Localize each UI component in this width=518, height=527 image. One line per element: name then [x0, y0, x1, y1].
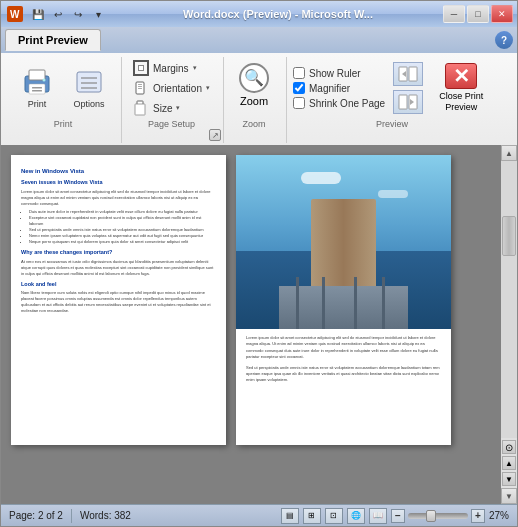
options-icon	[73, 66, 105, 98]
zoom-plus-button[interactable]: +	[471, 509, 485, 523]
page-setup-expand[interactable]: ↗	[209, 129, 221, 141]
preview-checkboxes: Show Ruler Magnifier Shrink One Page	[293, 67, 385, 109]
scroll-down-button[interactable]: ▼	[501, 488, 517, 504]
page-2-text: Lorem ipsum dolor sit amet consectetur a…	[236, 329, 451, 392]
view-full-button[interactable]: ⊡	[325, 508, 343, 524]
redo-quick-btn[interactable]: ↪	[69, 5, 87, 23]
undo-quick-btn[interactable]: ↩	[49, 5, 67, 23]
minimize-button[interactable]: ─	[443, 5, 465, 23]
close-preview-icon: ✕	[445, 63, 477, 89]
svg-text:W: W	[10, 9, 20, 20]
show-ruler-checkbox[interactable]	[293, 67, 305, 79]
page-2-para: Lorem ipsum dolor sit amet consectetur a…	[246, 335, 441, 361]
vertical-scrollbar: ▲ ⊙ ▲ ▼ ▼	[501, 145, 517, 504]
page-2-image	[236, 155, 451, 329]
svg-rect-8	[77, 72, 101, 92]
show-ruler-item[interactable]: Show Ruler	[293, 67, 385, 79]
print-button[interactable]: Print	[13, 60, 61, 116]
maximize-button[interactable]: □	[467, 5, 489, 23]
prev-page-button[interactable]	[393, 62, 423, 86]
window-controls: ─ □ ✕	[443, 5, 513, 23]
document-page-2: Lorem ipsum dolor sit amet consectetur a…	[236, 155, 451, 445]
words-info: Words: 382	[80, 510, 131, 521]
next-page-button[interactable]	[393, 90, 423, 114]
magnifier-checkbox[interactable]	[293, 82, 305, 94]
size-label: Size	[153, 103, 172, 114]
margins-label: Margins	[153, 63, 189, 74]
zoom-group-label: Zoom	[242, 119, 265, 129]
svg-rect-15	[138, 88, 142, 89]
bullet-5: Neque porro quisquam est qui dolorem ips…	[29, 239, 216, 245]
svg-rect-6	[32, 90, 42, 92]
save-quick-btn[interactable]: 💾	[29, 5, 47, 23]
document-page-1: New in Windows Vista Seven issues in Win…	[11, 155, 226, 445]
size-icon	[133, 100, 149, 116]
close-preview-label: Close PrintPreview	[439, 91, 483, 113]
zoom-minus-button[interactable]: −	[391, 509, 405, 523]
zoom-label: Zoom	[240, 95, 268, 107]
help-button[interactable]: ?	[495, 31, 513, 49]
svg-rect-14	[138, 86, 142, 87]
svg-rect-17	[135, 104, 145, 115]
zoom-button[interactable]: 🔍 Zoom	[230, 60, 278, 116]
ribbon-group-print: Print Options Print	[9, 57, 122, 143]
size-arrow: ▾	[176, 104, 180, 112]
ribbon-tabs-row: Print Preview ?	[1, 27, 517, 53]
scroll-thumb[interactable]	[502, 216, 516, 256]
magnifier-item[interactable]: Magnifier	[293, 82, 385, 94]
pier-building	[311, 199, 376, 286]
ribbon-group-page-setup: Margins ▾ Orientati	[124, 57, 224, 143]
shrink-checkbox[interactable]	[293, 97, 305, 109]
margins-button[interactable]: Margins ▾	[128, 59, 215, 77]
page-info: Page: 2 of 2	[9, 510, 63, 521]
view-read-button[interactable]: 📖	[369, 508, 387, 524]
customize-quick-btn[interactable]: ▾	[89, 5, 107, 23]
next-browse-button[interactable]: ▼	[502, 472, 516, 486]
cloud-1	[301, 172, 341, 184]
print-group-items: Print Options	[13, 59, 113, 117]
page-heading-1: New in Windows Vista	[21, 167, 216, 175]
size-button[interactable]: Size ▾	[128, 99, 215, 117]
print-icon	[21, 66, 53, 98]
zoom-icon: 🔍	[239, 63, 269, 93]
select-browse-button[interactable]: ⊙	[502, 440, 516, 454]
page-2-para2: Sed ut perspiciatis unde omnis iste natu…	[246, 365, 441, 384]
zoom-slider-track[interactable]	[408, 513, 468, 519]
svg-point-7	[43, 79, 46, 82]
status-bar: Page: 2 of 2 Words: 382 ▤ ⊞ ⊡ 🌐 📖 − + 27…	[1, 504, 517, 526]
page-para-3: Nam libero tempore cum soluta nobis est …	[21, 290, 216, 314]
view-layout-button[interactable]: ⊞	[303, 508, 321, 524]
shrink-item[interactable]: Shrink One Page	[293, 97, 385, 109]
zoom-slider-handle[interactable]	[426, 510, 436, 522]
window: W 💾 ↩ ↪ ▾ Word.docx (Preview) - Microsof…	[0, 0, 518, 527]
view-web-button[interactable]: 🌐	[347, 508, 365, 524]
view-normal-button[interactable]: ▤	[281, 508, 299, 524]
zoom-percent-label: 27%	[489, 510, 509, 521]
office-logo: W	[5, 4, 25, 24]
orientation-button[interactable]: Orientation ▾	[128, 79, 215, 97]
svg-rect-5	[32, 87, 42, 89]
bullet-list: Duis aute irure dolor in reprehenderit i…	[29, 209, 216, 245]
window-title: Word.docx (Preview) - Microsoft W...	[113, 8, 443, 20]
ribbon-content: Print Options Print	[1, 53, 517, 145]
page-subheading-3: Look and feel	[21, 281, 216, 289]
shrink-label: Shrink One Page	[309, 98, 385, 109]
svg-rect-19	[409, 67, 417, 81]
prev-browse-button[interactable]: ▲	[502, 456, 516, 470]
tab-print-preview[interactable]: Print Preview	[5, 29, 101, 51]
svg-rect-4	[29, 84, 45, 94]
page-para-2: At vero eos et accusamus et iusto odio d…	[21, 259, 216, 277]
scroll-up-button[interactable]: ▲	[501, 145, 517, 161]
close-print-preview-button[interactable]: ✕ Close PrintPreview	[431, 60, 491, 116]
options-label: Options	[73, 100, 104, 110]
support-1	[296, 277, 299, 329]
svg-rect-3	[29, 70, 45, 80]
show-ruler-label: Show Ruler	[309, 68, 361, 79]
ribbon-group-preview: Show Ruler Magnifier Shrink One Page	[289, 57, 499, 143]
pages-container: New in Windows Vista Seven issues in Win…	[1, 145, 501, 504]
options-button[interactable]: Options	[65, 60, 113, 116]
zoom-area: − +	[391, 509, 485, 523]
close-button[interactable]: ✕	[491, 5, 513, 23]
support-2	[322, 277, 325, 329]
page-setup-buttons: Margins ▾ Orientati	[128, 59, 215, 117]
